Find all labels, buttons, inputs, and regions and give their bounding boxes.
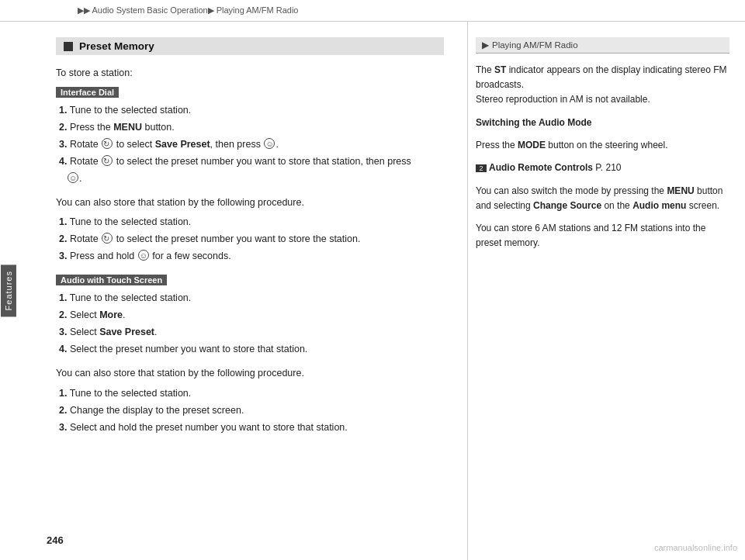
section-heading-text: Preset Memory [79, 40, 154, 52]
interface-step-4: 4. Rotate to select the preset number yo… [56, 154, 444, 169]
interface-step-3: 3. Rotate to select Save Preset, then pr… [56, 137, 444, 152]
audio-step-3: 3. Select Save Preset. [56, 324, 444, 340]
ref-bold-label: Audio Remote Controls [489, 161, 593, 175]
right-body: The ST indicator appears on the display … [476, 63, 729, 251]
smile-icon-3 [264, 138, 275, 149]
right-content: ▶ Playing AM/FM Radio The ST indicator a… [467, 22, 745, 560]
right-para-menu: You can also switch the mode by pressing… [476, 184, 729, 213]
right-panel-header: ▶ Playing AM/FM Radio [476, 37, 729, 54]
audio-step-2: 2. Select More. [56, 307, 444, 323]
smile-icon-4 [68, 172, 78, 183]
rotate-icon-4 [102, 155, 113, 166]
audio-step-1: 1. Tune to the selected station. [56, 290, 444, 306]
section-heading-square [64, 42, 73, 51]
alt-step-3: 3. Press and hold for a few seconds. [56, 248, 444, 264]
rotate-icon-3 [102, 138, 113, 149]
breadcrumb-bar: ▶▶ Audio System Basic Operation▶ Playing… [0, 0, 745, 22]
side-tab-label: Features [1, 264, 16, 316]
side-tab: Features [0, 22, 17, 560]
audio-alt-step-1: 1. Tune to the selected station. [56, 385, 444, 401]
audio-alt-step-3: 3. Select and hold the preset number you… [56, 420, 444, 435]
interface-step-2: 2. Press the MENU button. [56, 119, 444, 135]
alt-step-2: 2. Rotate to select the preset number yo… [56, 231, 444, 247]
audio-alt-step-2: 2. Change the display to the preset scre… [56, 403, 444, 418]
right-para-switching-heading: Switching the Audio Mode [476, 116, 729, 130]
page-number: 246 [47, 534, 64, 546]
section-heading: Preset Memory [56, 37, 444, 55]
audio-alt-intro: You can also store that station by the f… [56, 366, 444, 381]
audio-badge: Audio with Touch Screen [56, 273, 444, 290]
smile-icon-alt3 [138, 250, 149, 261]
alt-intro-text: You can also store that station by the f… [56, 195, 444, 210]
right-para-store: You can store 6 AM stations and 12 FM st… [476, 221, 729, 251]
right-para-ref: 2 Audio Remote Controls P. 210 [476, 161, 729, 176]
breadcrumb-text: ▶▶ Audio System Basic Operation▶ Playing… [78, 5, 298, 16]
alt-step-1: 1. Tune to the selected station. [56, 214, 444, 230]
interface-badge-label: Interface Dial [56, 87, 119, 98]
ref-icon: 2 [476, 164, 487, 172]
main-content: Preset Memory To store a station: Interf… [17, 22, 467, 560]
interface-badge: Interface Dial [56, 85, 444, 102]
watermark: carmanualsonline.info [654, 543, 737, 552]
interface-step-1: 1. Tune to the selected station. [56, 102, 444, 118]
audio-step-4: 4. Select the preset number you want to … [56, 341, 444, 357]
right-header-icon: ▶ [482, 40, 489, 50]
right-para-1: The ST indicator appears on the display … [476, 63, 729, 108]
right-para-mode: Press the MODE button on the steering wh… [476, 138, 729, 153]
intro-text: To store a station: [56, 66, 444, 81]
rotate-icon-alt2 [102, 233, 113, 244]
interface-step-4-cont: . [56, 171, 444, 186]
audio-badge-label: Audio with Touch Screen [56, 275, 167, 285]
right-header-text: Playing AM/FM Radio [492, 40, 578, 50]
